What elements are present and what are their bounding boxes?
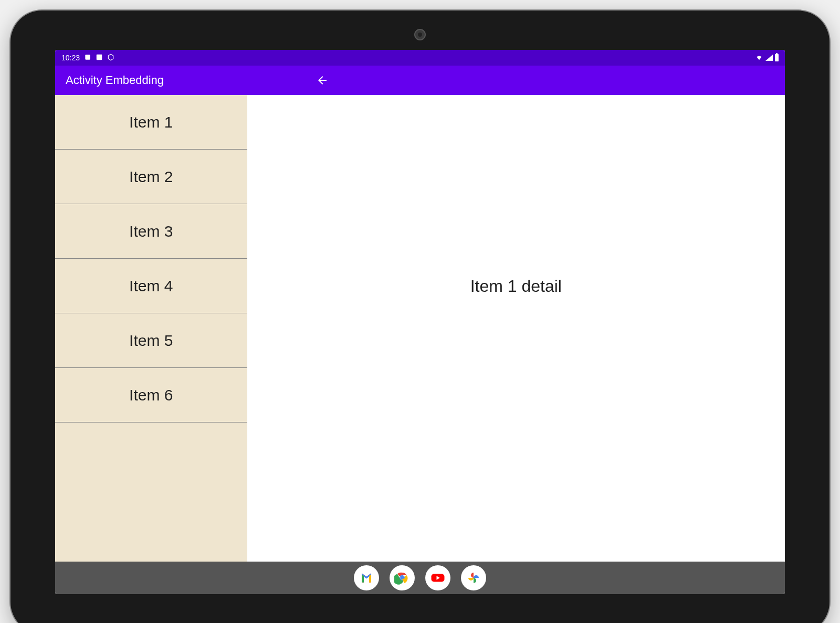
status-bar: 10:23 xyxy=(55,50,785,66)
list-item-label: Item 2 xyxy=(129,168,173,186)
list-item-label: Item 4 xyxy=(129,277,173,295)
svg-rect-0 xyxy=(85,55,90,59)
list-item[interactable]: Item 5 xyxy=(55,313,247,368)
navigation-bar xyxy=(55,562,785,594)
status-time: 10:23 xyxy=(61,54,80,62)
debug-icon xyxy=(107,54,114,62)
status-bar-right xyxy=(755,54,779,62)
app-title: Activity Embedding xyxy=(66,73,164,87)
status-bar-left: 10:23 xyxy=(61,54,114,62)
wifi-icon xyxy=(755,54,763,62)
photos-app-icon[interactable] xyxy=(461,565,486,590)
list-item[interactable]: Item 2 xyxy=(55,150,247,204)
gmail-app-icon[interactable] xyxy=(354,565,379,590)
chrome-app-icon[interactable] xyxy=(390,565,415,590)
list-item-label: Item 3 xyxy=(129,223,173,240)
list-pane[interactable]: Item 1 Item 2 Item 3 Item 4 Item 5 Item … xyxy=(55,95,247,562)
notification-icon xyxy=(96,54,103,62)
list-item[interactable]: Item 6 xyxy=(55,368,247,423)
content-area: Item 1 Item 2 Item 3 Item 4 Item 5 Item … xyxy=(55,95,785,562)
list-item-label: Item 6 xyxy=(129,386,173,404)
notification-icon xyxy=(84,54,91,62)
app-bar: Activity Embedding xyxy=(55,66,785,95)
list-item-label: Item 1 xyxy=(129,113,173,131)
list-item[interactable] xyxy=(55,423,247,477)
youtube-app-icon[interactable] xyxy=(425,565,450,590)
detail-pane: Item 1 detail xyxy=(247,95,785,562)
list-item-label: Item 5 xyxy=(129,332,173,350)
screen: 10:23 Activity Embedding xyxy=(55,50,785,594)
back-arrow-icon[interactable] xyxy=(316,74,329,87)
camera-icon xyxy=(414,29,426,40)
detail-text: Item 1 detail xyxy=(470,277,562,296)
battery-icon xyxy=(775,54,779,61)
list-item[interactable]: Item 3 xyxy=(55,204,247,259)
back-section xyxy=(316,74,329,87)
list-item[interactable]: Item 1 xyxy=(55,95,247,150)
list-item[interactable]: Item 4 xyxy=(55,259,247,313)
signal-icon xyxy=(765,55,773,61)
tablet-device-frame: 10:23 Activity Embedding xyxy=(10,10,830,623)
